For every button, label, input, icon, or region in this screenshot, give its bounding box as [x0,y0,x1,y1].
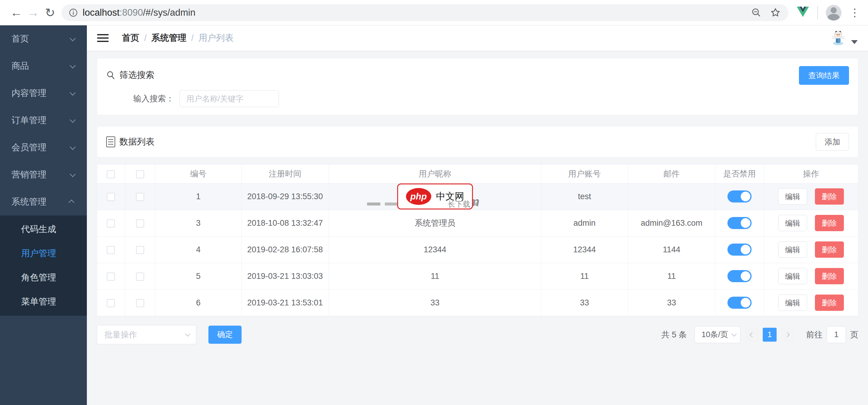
chevron-down-icon [732,331,737,337]
breadcrumb-home[interactable]: 首页 [122,32,140,44]
cell-nickname: 系统管理员 [329,210,541,236]
select-all-checkbox-2[interactable] [136,170,144,178]
edit-button[interactable]: 编辑 [778,294,807,311]
edit-button[interactable]: 编辑 [778,215,807,231]
sidebar: 首页 商品 内容管理 订单管理 会员管理 营销管理 系统管理 [0,25,87,405]
sidebar-item-content[interactable]: 内容管理 [0,80,87,107]
header-select-all-cell [97,165,125,183]
cell-nickname-watermark: om php 中文网 长下载 [329,183,541,210]
row-checkbox[interactable] [107,193,115,201]
sidebar-item-user-manage[interactable]: 用户管理 [0,241,87,266]
cell-account: test [541,183,628,210]
page-number-active[interactable]: 1 [763,328,777,342]
sidebar-item-home[interactable]: 首页 [0,25,87,53]
next-page-button[interactable] [781,328,795,342]
sidebar-item-role-manage[interactable]: 角色管理 [0,266,87,290]
bookmark-star-icon[interactable] [770,7,781,19]
table-row: 3 2018-10-08 13:32:47 系统管理员 admin admin@… [97,210,858,236]
row-checkbox[interactable] [107,299,115,307]
url-host: localhost [83,7,119,18]
submenu-item-label: 角色管理 [21,271,56,284]
sidebar-item-system[interactable]: 系统管理 [0,188,87,215]
goto-page-input[interactable] [827,326,846,343]
sidebar-item-menu-manage[interactable]: 菜单管理 [0,290,87,314]
row-checkbox[interactable] [107,220,115,228]
cell-nickname: 11 [329,263,541,289]
cell-id: 3 [155,210,241,236]
hamburger-icon[interactable] [97,34,108,42]
sidebar-item-marketing[interactable]: 营销管理 [0,161,87,188]
table-row: 1 2018-09-29 13:55:30 om php 中文网 长下载 [97,183,858,210]
page-size-select[interactable]: 10条/页 [694,326,740,343]
main-area: 首页 / 系统管理 / 用户列表 [87,25,868,405]
header-email: 邮件 [628,165,715,183]
cell-id: 4 [155,236,241,263]
delete-button[interactable]: 删除 [815,268,844,284]
sidebar-item-order[interactable]: 订单管理 [0,107,87,134]
sidebar-item-label: 内容管理 [11,87,46,99]
breadcrumb-section[interactable]: 系统管理 [151,32,186,44]
delete-button[interactable]: 删除 [815,241,844,258]
cell-email: 11 [628,263,715,289]
address-bar[interactable]: localhost:8090/#/sys/admin [62,4,788,21]
browser-forward-icon[interactable]: → [25,6,42,19]
row-checkbox[interactable] [136,299,144,307]
cell-account: 12344 [541,236,628,263]
disable-toggle[interactable] [727,270,752,282]
batch-action-select[interactable]: 批量操作 [97,325,196,344]
sidebar-item-product[interactable]: 商品 [0,53,87,80]
filter-title-row: 筛选搜索 [106,69,849,81]
disable-toggle[interactable] [727,297,752,309]
cell-account: admin [541,210,628,236]
next-page-icon [785,332,790,337]
edit-button[interactable]: 编辑 [778,188,807,205]
cell-time: 2019-03-21 13:03:03 [241,263,329,289]
url-text[interactable]: localhost:8090/#/sys/admin [83,7,743,18]
delete-button[interactable]: 删除 [815,188,844,205]
cell-time: 2019-02-28 16:07:58 [241,236,329,263]
topbar-right [829,29,858,47]
cell-id: 6 [155,289,241,316]
user-menu-caret-icon[interactable] [851,40,858,44]
row-checkbox[interactable] [107,246,115,254]
edit-button[interactable]: 编辑 [778,268,807,284]
row-checkbox[interactable] [136,220,144,228]
vue-devtools-extension-icon[interactable] [796,6,809,19]
browser-menu-icon[interactable]: ⋮ [849,7,860,18]
row-checkbox[interactable] [136,193,144,201]
table-footer: 批量操作 确定 共 5 条 10条/页 1 [97,325,858,344]
goto-label: 前往 [806,329,823,340]
sidebar-item-code-generate[interactable]: 代码生成 [0,217,87,241]
browser-back-icon[interactable]: ← [8,6,25,19]
zoom-out-icon[interactable] [751,7,762,18]
breadcrumb: 首页 / 系统管理 / 用户列表 [122,32,234,44]
user-avatar[interactable] [829,29,847,47]
edit-button[interactable]: 编辑 [778,241,807,258]
row-checkbox[interactable] [107,272,115,281]
select-all-checkbox[interactable] [107,170,115,178]
header-account: 用户账号 [541,165,628,183]
cell-email: 33 [628,289,715,316]
browser-profile-avatar[interactable] [826,5,841,21]
header-actions: 操作 [764,165,858,183]
sidebar-item-member[interactable]: 会员管理 [0,134,87,161]
header-select-all-cell-2 [125,165,155,183]
delete-button[interactable]: 删除 [815,294,844,311]
prev-page-button[interactable] [745,328,758,342]
row-checkbox[interactable] [136,272,144,281]
search-input[interactable] [180,90,279,107]
delete-button[interactable]: 删除 [815,215,844,231]
site-info-icon[interactable] [69,8,78,17]
confirm-button[interactable]: 确定 [208,326,242,344]
filter-card: 筛选搜索 查询结果 输入搜索： [97,58,858,115]
disable-toggle[interactable] [727,217,752,229]
row-checkbox[interactable] [136,246,144,254]
disable-toggle[interactable] [727,243,752,256]
app-shell: 首页 商品 内容管理 订单管理 会员管理 营销管理 系统管理 [0,25,868,405]
query-result-button[interactable]: 查询结果 [799,66,849,85]
add-button[interactable]: 添加 [816,133,849,151]
browser-reload-icon[interactable]: ↻ [42,6,59,20]
disable-toggle[interactable] [727,191,752,202]
cell-email: admin@163.com [628,210,715,236]
chrome-toolbar-right: ⋮ [796,5,860,21]
